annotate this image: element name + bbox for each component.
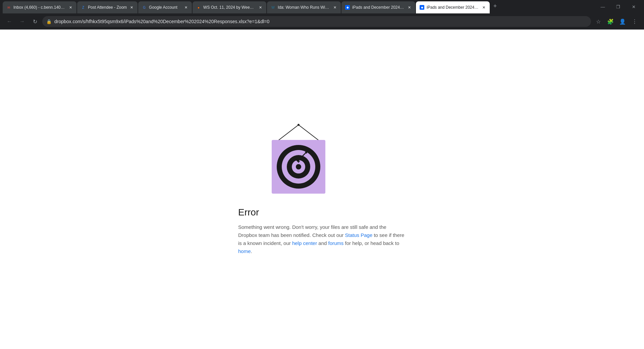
tab-label: iPads and December 2024 Res... — [352, 5, 405, 10]
error-body: Something went wrong. Don't worry, your … — [238, 223, 406, 255]
tab-label: Post Attendee - Zoom — [88, 5, 127, 10]
reload-button[interactable]: ↻ — [30, 16, 40, 27]
close-button[interactable]: ✕ — [626, 0, 641, 13]
extension-button[interactable]: 🧩 — [605, 16, 616, 27]
tab-dropbox2[interactable]: ◆ iPads and December 2024 Res... ✕ — [416, 1, 490, 13]
bookmark-button[interactable]: ☆ — [593, 16, 604, 27]
error-title: Error — [238, 207, 259, 218]
tab-close-gmail[interactable]: ✕ — [68, 5, 73, 10]
error-end-text: for help, or head back to — [343, 240, 399, 246]
error-container: Error Something went wrong. Don't worry,… — [238, 123, 406, 255]
svg-line-0 — [277, 125, 299, 142]
tab-label: iPads and December 2024 Res... — [427, 5, 479, 10]
tab-label: Inbox (4,660) - c.benn.140@gm... — [13, 5, 66, 10]
maximize-button[interactable]: ❐ — [610, 0, 626, 13]
home-link[interactable]: home — [238, 248, 251, 254]
svg-point-2 — [298, 124, 300, 126]
dropbox2-favicon: ◆ — [419, 5, 425, 10]
menu-button[interactable]: ⋮ — [629, 16, 640, 27]
tab-label: Ida: Woman Who Runs With th... — [278, 5, 330, 10]
dropbox1-favicon: ◆ — [345, 5, 350, 10]
address-text: dropbox.com/s/hfhkx5t95qsm9x6/iPads%20an… — [54, 19, 587, 24]
tab-close-ws[interactable]: ✕ — [258, 5, 263, 10]
browser-frame: ✉ Inbox (4,660) - c.benn.140@gm... ✕ Z P… — [0, 0, 644, 349]
error-illustration — [272, 123, 325, 197]
tab-zoom[interactable]: Z Post Attendee - Zoom ✕ — [77, 1, 138, 13]
svg-line-1 — [299, 125, 320, 142]
window-controls: — ❐ ✕ — [595, 0, 644, 13]
target-svg — [275, 143, 322, 190]
tab-google[interactable]: G Google Account ✕ — [138, 1, 192, 13]
status-page-link[interactable]: Status Page — [345, 232, 373, 238]
tab-close-google[interactable]: ✕ — [183, 5, 189, 10]
dropbox-icon: ◆ — [420, 5, 424, 10]
title-bar: ✉ Inbox (4,660) - c.benn.140@gm... ✕ Z P… — [0, 0, 644, 13]
tab-ida[interactable]: W Ida: Woman Who Runs With th... ✕ — [267, 1, 341, 13]
error-period: . — [251, 248, 252, 254]
tab-label: Google Account — [149, 5, 181, 10]
tab-close-dropbox2[interactable]: ✕ — [481, 5, 486, 10]
google-favicon: G — [142, 5, 147, 10]
gmail-favicon: ✉ — [6, 5, 11, 10]
ws-favicon: ● — [196, 5, 201, 10]
tab-close-ida[interactable]: ✕ — [332, 5, 337, 10]
toolbar-actions: ☆ 🧩 👤 ⋮ — [593, 16, 640, 27]
tab-label: WS Oct. 11, 2024 by Weekly Se... — [203, 5, 256, 10]
tab-dropbox1[interactable]: ◆ iPads and December 2024 Res... ✕ — [341, 1, 415, 13]
tab-ws[interactable]: ● WS Oct. 11, 2024 by Weekly Se... ✕ — [193, 1, 266, 13]
svg-point-7 — [296, 164, 301, 169]
profile-button[interactable]: 👤 — [617, 16, 628, 27]
new-tab-button[interactable]: + — [490, 1, 500, 11]
help-center-link[interactable]: help center — [292, 240, 317, 246]
wp-favicon: W — [270, 5, 276, 10]
minimize-button[interactable]: — — [595, 0, 610, 13]
toolbar: ← → ↻ 🔒 dropbox.com/s/hfhkx5t95qsm9x6/iP… — [0, 13, 644, 30]
forward-button[interactable]: → — [17, 16, 28, 27]
back-button[interactable]: ← — [4, 16, 15, 27]
error-and-text: and — [317, 240, 328, 246]
dropbox-icon: ◆ — [345, 5, 350, 10]
lock-icon: 🔒 — [46, 19, 52, 24]
address-bar[interactable]: 🔒 dropbox.com/s/hfhkx5t95qsm9x6/iPads%20… — [42, 16, 591, 27]
forums-link[interactable]: forums — [328, 240, 344, 246]
tab-close-zoom[interactable]: ✕ — [129, 5, 134, 10]
tab-gmail[interactable]: ✉ Inbox (4,660) - c.benn.140@gm... ✕ — [3, 1, 76, 13]
target-board — [272, 140, 325, 194]
tab-close-dropbox1[interactable]: ✕ — [407, 5, 412, 10]
page-content: Error Something went wrong. Don't worry,… — [0, 30, 644, 349]
zoom-favicon: Z — [80, 5, 86, 10]
